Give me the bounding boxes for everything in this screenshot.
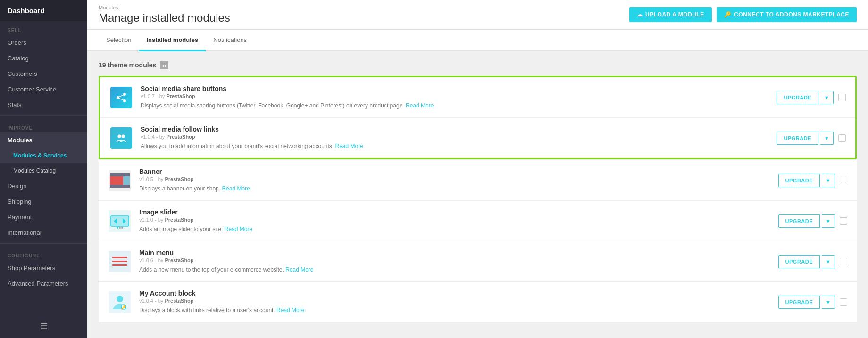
module-info: My Account block v1.0.4 - by PrestaShop …: [139, 289, 771, 314]
dashboard-link[interactable]: Dashboard: [8, 7, 44, 15]
configure-section-label: CONFIGURE: [0, 247, 87, 260]
module-row: Banner v1.0.5 - by PrestaShop Displays a…: [99, 160, 857, 201]
module-info: Banner v1.0.5 - by PrestaShop Displays a…: [139, 168, 771, 193]
module-description: Adds a new menu to the top of your e-com…: [139, 265, 771, 274]
svg-line-4: [118, 98, 124, 100]
module-icon-account: 🔑: [108, 290, 132, 314]
connect-button-label: CONNECT TO ADDONS MARKETPLACE: [734, 11, 849, 18]
sidebar-item-shipping[interactable]: Shipping: [0, 194, 87, 209]
svg-rect-11: [110, 173, 130, 176]
upgrade-button[interactable]: UPGRADE: [777, 91, 819, 104]
breadcrumb-area: Modules Manage installed modules: [99, 5, 230, 25]
module-row: Social media follow links v1.0.4 - by Pr…: [100, 118, 855, 158]
read-more-link[interactable]: Read More: [222, 185, 250, 192]
sidebar-item-modules-catalog[interactable]: Modules Catalog: [0, 163, 87, 178]
svg-point-5: [118, 134, 121, 138]
social-share-icon: [110, 87, 132, 108]
module-checkbox[interactable]: [838, 94, 846, 101]
module-author: PrestaShop: [165, 217, 193, 223]
svg-point-18: [119, 227, 121, 229]
normal-module-group: Banner v1.0.5 - by PrestaShop Displays a…: [99, 160, 857, 322]
read-more-link[interactable]: Read More: [225, 226, 252, 232]
grid-icon[interactable]: ☷: [160, 61, 168, 69]
upgrade-button[interactable]: UPGRADE: [778, 255, 820, 268]
module-checkbox[interactable]: [840, 217, 847, 225]
sidebar-logo: Dashboard: [0, 0, 87, 21]
tab-installed-modules[interactable]: Installed modules: [139, 30, 206, 51]
module-author: PrestaShop: [165, 257, 193, 263]
module-actions: UPGRADE ▼: [778, 174, 847, 187]
banner-icon: [109, 170, 131, 191]
module-author: PrestaShop: [165, 176, 193, 182]
tabs-bar: Selection Installed modules Notification…: [87, 30, 868, 51]
module-name: Social media share buttons: [141, 85, 769, 92]
upgrade-dropdown-button[interactable]: ▼: [822, 174, 835, 187]
section-header: 19 theme modules ☷: [99, 61, 857, 69]
sidebar-item-customer-service[interactable]: Customer Service: [0, 82, 87, 97]
improve-section-label: IMPROVE: [0, 119, 87, 132]
module-row: Main menu v1.0.6 - by PrestaShop Adds a …: [99, 241, 857, 282]
sidebar-item-payment[interactable]: Payment: [0, 209, 87, 225]
svg-point-19: [121, 227, 123, 229]
sidebar-item-orders[interactable]: Orders: [0, 35, 87, 50]
module-icon-menu: [108, 250, 132, 273]
cloud-upload-icon: ☁: [637, 11, 643, 18]
sidebar-item-modules[interactable]: Modules: [0, 132, 87, 148]
svg-point-6: [122, 134, 125, 138]
module-info: Social media follow links v1.0.4 - by Pr…: [141, 125, 769, 150]
read-more-link[interactable]: Read More: [276, 307, 304, 313]
module-row: Image slider v1.1.0 - by PrestaShop Adds…: [99, 201, 857, 241]
module-checkbox[interactable]: [840, 258, 847, 265]
module-actions: UPGRADE ▼: [778, 296, 847, 309]
module-description: Allows you to add information about your…: [141, 142, 769, 150]
read-more-link[interactable]: Read More: [406, 102, 434, 109]
read-more-link[interactable]: Read More: [335, 143, 363, 149]
upgrade-dropdown-button[interactable]: ▼: [822, 296, 835, 309]
module-author: PrestaShop: [166, 93, 195, 99]
module-description: Displays social media sharing buttons (T…: [141, 101, 769, 110]
account-icon: 🔑: [109, 291, 131, 313]
upgrade-button[interactable]: UPGRADE: [778, 174, 820, 187]
sidebar-item-stats[interactable]: Stats: [0, 97, 87, 113]
svg-text:🔑: 🔑: [121, 305, 126, 310]
sidebar-item-modules-services[interactable]: Modules & Services: [0, 148, 87, 163]
sidebar-divider-1: [0, 115, 87, 116]
sidebar-item-advanced-parameters[interactable]: Advanced Parameters: [0, 276, 87, 291]
tab-notifications[interactable]: Notifications: [206, 30, 254, 51]
svg-rect-8: [110, 176, 123, 185]
upgrade-button[interactable]: UPGRADE: [778, 296, 820, 309]
upgrade-dropdown-button[interactable]: ▼: [822, 255, 835, 268]
svg-rect-10: [110, 185, 130, 188]
social-follow-icon: [110, 127, 132, 149]
module-icon-social-share: [109, 86, 133, 109]
sidebar-item-international[interactable]: International: [0, 225, 87, 240]
read-more-link[interactable]: Read More: [285, 266, 313, 273]
module-actions: UPGRADE ▼: [777, 91, 846, 104]
hamburger-icon[interactable]: ☰: [40, 321, 48, 331]
connect-addons-button[interactable]: 🔑 CONNECT TO ADDONS MARKETPLACE: [717, 7, 857, 22]
upgrade-dropdown-button[interactable]: ▼: [820, 91, 834, 104]
upgrade-button[interactable]: UPGRADE: [778, 214, 820, 228]
svg-point-25: [117, 296, 123, 302]
sidebar-bottom: ☰: [0, 314, 87, 338]
module-actions: UPGRADE ▼: [778, 214, 847, 228]
content-area: 19 theme modules ☷: [87, 51, 868, 338]
tab-selection[interactable]: Selection: [99, 30, 139, 51]
sidebar-item-catalog[interactable]: Catalog: [0, 50, 87, 66]
module-icon-banner: [108, 169, 132, 192]
module-checkbox[interactable]: [840, 177, 847, 184]
upgrade-dropdown-button[interactable]: ▼: [822, 214, 835, 228]
upgrade-button[interactable]: UPGRADE: [777, 132, 819, 145]
svg-rect-9: [123, 176, 130, 185]
upload-module-button[interactable]: ☁ UPLOAD A MODULE: [629, 7, 712, 22]
svg-point-17: [117, 227, 118, 229]
module-checkbox[interactable]: [838, 134, 846, 142]
upgrade-dropdown-button[interactable]: ▼: [820, 132, 834, 145]
module-actions: UPGRADE ▼: [777, 132, 846, 145]
module-checkbox[interactable]: [840, 298, 847, 306]
sidebar-item-design[interactable]: Design: [0, 178, 87, 194]
module-name: My Account block: [139, 289, 771, 297]
sidebar-item-customers[interactable]: Customers: [0, 66, 87, 82]
sidebar-item-shop-parameters[interactable]: Shop Parameters: [0, 260, 87, 276]
key-icon: 🔑: [724, 11, 732, 18]
